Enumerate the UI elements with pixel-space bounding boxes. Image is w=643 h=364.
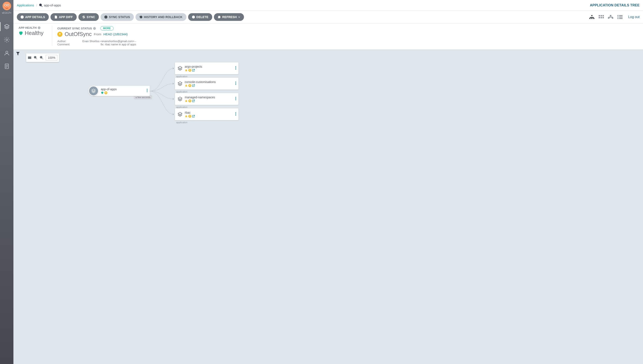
breadcrumb-separator: / [36, 4, 37, 7]
out-of-sync-icon [57, 32, 63, 37]
out-of-sync-icon [104, 91, 107, 94]
author-value: Evan Shortiss <evanshortiss@gmail.com> - [75, 40, 136, 43]
node-kind-label: application [176, 90, 187, 93]
breadcrumb-root[interactable]: Applications [17, 4, 34, 7]
view-network-icon[interactable] [608, 15, 613, 19]
heart-icon [19, 31, 23, 36]
node-child[interactable]: managed-namespaces application [175, 93, 238, 105]
search-icon [39, 4, 43, 7]
node-kind-label: application [176, 75, 187, 78]
out-of-sync-icon [188, 69, 191, 72]
node-title: console-customisations [185, 80, 216, 84]
node-kind-label: application [176, 121, 187, 124]
more-button[interactable]: MORE [100, 26, 114, 30]
app-icon [177, 111, 183, 117]
svg-point-38 [5, 5, 6, 6]
heart-icon [101, 91, 104, 94]
external-link-icon[interactable] [192, 69, 195, 72]
help-icon[interactable] [38, 26, 41, 29]
sync-status-label: CURRENT SYNC STATUS [57, 27, 92, 30]
sidebar-item-settings[interactable] [0, 33, 14, 46]
app-icon [177, 81, 183, 87]
external-link-icon[interactable] [192, 100, 195, 102]
unknown-icon [185, 84, 188, 87]
sync-rev-link[interactable]: (2d92344) [113, 32, 128, 36]
node-menu-button[interactable] [235, 112, 236, 117]
page-title: APPLICATION DETAILS TREE [590, 4, 639, 7]
node-child[interactable]: rbac application [175, 108, 238, 120]
argo-logo[interactable] [3, 2, 11, 10]
node-title: rbac [185, 111, 195, 114]
toolbar: APP DETAILS APP DIFF SYNC SYNC STATUS HI… [14, 11, 643, 24]
comment-value: fix: rbac name in app of apps [75, 43, 136, 46]
node-menu-button[interactable] [235, 97, 236, 101]
author-label: Author: [57, 40, 72, 43]
node-child[interactable]: argo-projects application [175, 62, 238, 74]
view-grid-icon[interactable] [598, 15, 604, 19]
sync-button[interactable]: SYNC [78, 13, 99, 21]
sidebar-item-user[interactable] [0, 46, 14, 60]
unknown-icon [185, 69, 188, 72]
sync-status-value: OutOfSync [65, 31, 92, 38]
history-label: HISTORY AND ROLLBACK [144, 15, 182, 19]
app-diff-button[interactable]: APP DIFF [51, 13, 77, 21]
unknown-icon [185, 115, 188, 118]
delete-button[interactable]: DELETE [188, 13, 212, 21]
logout-link[interactable]: Log out [628, 15, 639, 19]
breadcrumb-app[interactable]: app-of-apps [44, 4, 61, 7]
app-health-label: APP HEALTH [19, 26, 37, 30]
view-list-icon[interactable] [617, 15, 623, 19]
out-of-sync-icon [188, 100, 191, 102]
sync-label: SYNC [87, 15, 95, 19]
node-title: app-of-apps [101, 88, 117, 91]
breadcrumb-bar: Applications / app-of-apps APPLICATION D… [14, 0, 643, 11]
caret-down-icon [238, 16, 240, 18]
app-details-button[interactable]: APP DETAILS [17, 13, 49, 21]
external-link-icon[interactable] [192, 115, 195, 118]
out-of-sync-icon [188, 84, 191, 87]
app-health-value: Healthy [25, 30, 44, 36]
delete-label: DELETE [196, 15, 208, 19]
sync-status-button[interactable]: SYNC STATUS [101, 13, 134, 21]
node-menu-button[interactable] [147, 88, 148, 93]
sidebar: v2.3.17+ [0, 0, 14, 364]
node-title: argo-projects [185, 65, 202, 68]
refresh-label: REFRESH [222, 15, 237, 19]
tree-canvas[interactable]: 100% a few seconds app-of-apps [14, 50, 643, 364]
app-diff-label: APP DIFF [59, 15, 73, 19]
app-icon [177, 65, 183, 71]
unknown-icon [185, 100, 188, 102]
node-menu-button[interactable] [235, 66, 236, 71]
external-link-icon[interactable] [192, 84, 195, 87]
sync-status-label: SYNC STATUS [109, 15, 130, 19]
node-title: managed-namespaces [185, 96, 215, 99]
out-of-sync-icon [188, 115, 191, 118]
comment-label: Comment: [57, 43, 72, 46]
view-tree-icon[interactable] [589, 15, 595, 19]
status-panel: APP HEALTH Healthy CURRENT SYNC STATUS M… [14, 24, 643, 50]
node-root[interactable]: app-of-apps [93, 86, 150, 96]
app-details-label: APP DETAILS [25, 15, 45, 19]
app-icon [177, 96, 183, 102]
help-icon[interactable] [93, 27, 96, 30]
version-label: v2.3.17+ [2, 12, 11, 14]
sidebar-item-docs[interactable] [0, 60, 14, 73]
sync-head-link[interactable]: HEAD [103, 32, 112, 36]
node-menu-button[interactable] [235, 81, 236, 86]
node-child[interactable]: console-customisations application [175, 78, 238, 90]
refresh-button[interactable]: REFRESH [214, 13, 244, 21]
node-kind-label: application [176, 106, 187, 108]
sidebar-item-applications[interactable] [0, 20, 14, 33]
sync-from-label: From [94, 32, 101, 36]
history-rollback-button[interactable]: HISTORY AND ROLLBACK [136, 13, 186, 21]
app-icon [88, 86, 99, 96]
svg-point-39 [8, 5, 9, 6]
